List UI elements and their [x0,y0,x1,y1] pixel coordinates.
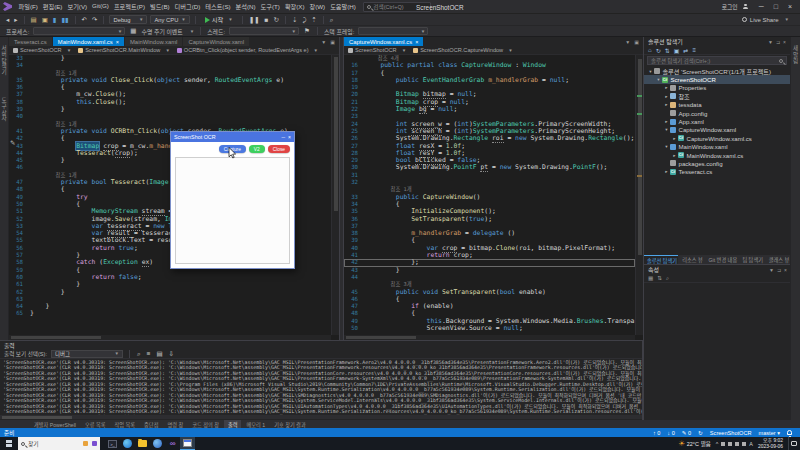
find-icon[interactable]: ⌕ [329,16,335,24]
bottom-tool-tab[interactable]: 코드 정의 창 [188,420,223,428]
code-line[interactable]: 63 [9,296,331,303]
panel-tab[interactable]: 팀 탐색기 [739,255,764,264]
search-highlight-icon[interactable] [92,441,97,446]
tree-item[interactable]: ▸tessdata [644,101,790,109]
chevron-down-icon[interactable]: ▾ [663,127,670,132]
panel-tab[interactable]: 클래스 뷰 [766,255,791,264]
code-line[interactable]: 43 } [344,267,635,274]
menu-item[interactable]: 도구(T) [258,2,282,11]
wrap-icon[interactable]: ≡ [146,350,152,357]
tree-item[interactable]: ▾C#ScreenShotOCR [644,75,790,83]
bottom-tool-tab[interactable]: 작업 목록 [111,420,140,428]
server-explorer-tab[interactable]: 서버 탐색기 [0,45,8,75]
sign-in-button[interactable]: 로그인 [722,2,738,11]
weather-widget[interactable]: ☀ 22°C 맑음 [678,440,711,448]
flag-icon[interactable]: ⚑ [303,27,311,35]
dialog-capture-preview-area[interactable] [175,157,290,264]
menu-item[interactable]: 디버그(D) [172,2,203,11]
breadcrumb-segment[interactable]: ScreenShotOCR.MainWindow▼ [78,47,170,53]
bottom-tool-tab[interactable]: 출력 [224,420,242,428]
document-tab[interactable]: MainWindow.xaml [125,37,183,46]
tray-icon[interactable] [721,442,725,446]
menu-item[interactable]: 편집(E) [40,2,65,11]
breadcrumb-segment[interactable]: ScreenShotOCR▼ [13,47,71,53]
bottom-tool-tab[interactable]: 오류 목록 [81,420,110,428]
taskbar-app-edge[interactable] [120,437,135,450]
collapse-all-icon[interactable]: ⇅ [665,47,670,54]
code-line[interactable]: 50 ScreenView.Source = null; [344,325,635,332]
codelens-references[interactable]: 참조 3개 [365,281,412,287]
chevron-down-icon[interactable]: ▾ [655,77,662,82]
tree-item[interactable]: ▾솔루션 'ScreenShotOCR'(1/1개 프로젝트) [644,67,790,75]
menu-item[interactable]: 분석(N) [233,2,258,11]
code-line[interactable]: 33 } [9,55,331,62]
show-all-files-icon[interactable]: ▣ [674,47,680,54]
vertical-scrollbar[interactable] [635,55,643,335]
codelens-references[interactable]: 참조 1개 [30,70,77,76]
codelens-references[interactable]: 참조 1개 [30,121,77,127]
tree-item[interactable]: ▸C#Tesseract.cs [644,168,790,176]
dialog-title-bar[interactable]: ScreenShot OCR ─ × [171,132,294,142]
panel-tab[interactable]: 솔루션 탐색기 [644,255,678,264]
code-line[interactable]: 31 [344,172,635,179]
tree-item[interactable]: ▸Properties [644,84,790,92]
output-log[interactable]: 'ScreenShotOCR.exe'(CLR v4.0.30319: Scre… [0,359,642,415]
code-line[interactable]: 16 public partial class CaptureWindow : … [344,62,635,69]
bottom-tool-tab[interactable]: 중단점 [140,420,162,428]
menu-item[interactable]: 빌드(B) [147,2,172,11]
code-line[interactable]: 34 [9,62,331,69]
document-tab[interactable]: MainWindow.xaml.cs× [53,37,125,46]
chevron-right-icon[interactable]: ▸ [671,136,678,141]
tree-item[interactable]: ▸참조 [644,92,790,100]
tab-close-icon[interactable]: × [415,39,418,45]
split-window-icon[interactable]: ▣ [330,39,335,45]
close-panel-icon[interactable]: × [784,267,787,273]
chevron-down-icon[interactable]: ▾ [663,144,670,149]
close-button[interactable]: Close [268,145,290,153]
undo-icon[interactable]: ↶ [81,16,88,24]
stack-frame-dropdown[interactable]: ▼ [358,27,428,36]
panel-tab[interactable]: Git 변경 내용 [706,255,739,264]
repo-name[interactable]: ScreenShotOCR [710,430,752,436]
v2-button[interactable]: V2 [249,145,265,153]
tree-item[interactable]: ▾MainWindow.xaml [644,143,790,151]
user-icon[interactable] [743,4,749,10]
tab-list-dropdown-icon[interactable]: ▼ [625,39,630,45]
document-tab[interactable]: CaptureWindow.xaml.cs× [344,37,424,46]
codelens-references[interactable]: 참조 1개 [365,186,412,192]
chevron-right-icon[interactable]: ▸ [663,119,670,124]
sync-active-icon[interactable]: ⇄ [683,47,688,54]
codelens-references[interactable]: 참조 4개 [365,55,399,61]
taskbar-app-explorer[interactable] [135,437,150,450]
vertical-scrollbar[interactable] [331,55,339,335]
start-debug-button[interactable]: 시작 ▼ [201,15,237,25]
code-line[interactable]: 36 SetTransparent(true); [344,216,635,223]
menu-item[interactable]: 테스트(S) [203,2,233,11]
codelens-references[interactable]: 참조 1개 [30,172,77,178]
tree-item[interactable]: packages.config [644,159,790,167]
new-file-icon[interactable]: ▤ [30,16,38,24]
tree-item[interactable]: ▸C#MainWindow.xaml.cs [644,151,790,159]
tree-item[interactable]: ▸App.xaml [644,117,790,125]
breadcrumb-segment[interactable]: OCRBtn_Click(object sender, RoutedEventA… [177,47,318,53]
taskbar-app-screenshotocr-active[interactable] [180,437,195,450]
properties-icon[interactable]: ≡ [692,47,696,53]
live-share-button[interactable]: Live Share ▼ [742,17,795,23]
dropdown-icon[interactable]: ▼ [769,267,774,273]
refresh-icon[interactable]: ↻ [656,47,661,54]
chevron-right-icon[interactable]: ▸ [663,102,670,107]
notifications-tab[interactable]: 새 알림 [792,45,800,63]
step-out-icon[interactable]: ⇡ [310,16,317,24]
menu-item[interactable]: 파일(F) [16,2,40,11]
output-source-dropdown[interactable]: 디버그▼ [51,350,123,358]
thread-dropdown[interactable]: ▼ [229,27,299,36]
save-all-icon[interactable]: ▮▮ [60,16,69,24]
commits-down[interactable]: ↓ 0 [667,430,674,436]
taskbar-clock[interactable]: 오후 9:02 2023-09-06 [758,438,783,449]
breadcrumb-segment[interactable]: ScreenShotOCR▼ [348,47,406,53]
close-panel-icon[interactable]: × [783,39,786,45]
taskbar-app-browser[interactable] [150,437,165,450]
tray-icon[interactable] [735,442,739,446]
taskbar-search-box[interactable]: 찾기 [18,437,100,450]
menu-item[interactable]: Git(G) [90,2,112,11]
